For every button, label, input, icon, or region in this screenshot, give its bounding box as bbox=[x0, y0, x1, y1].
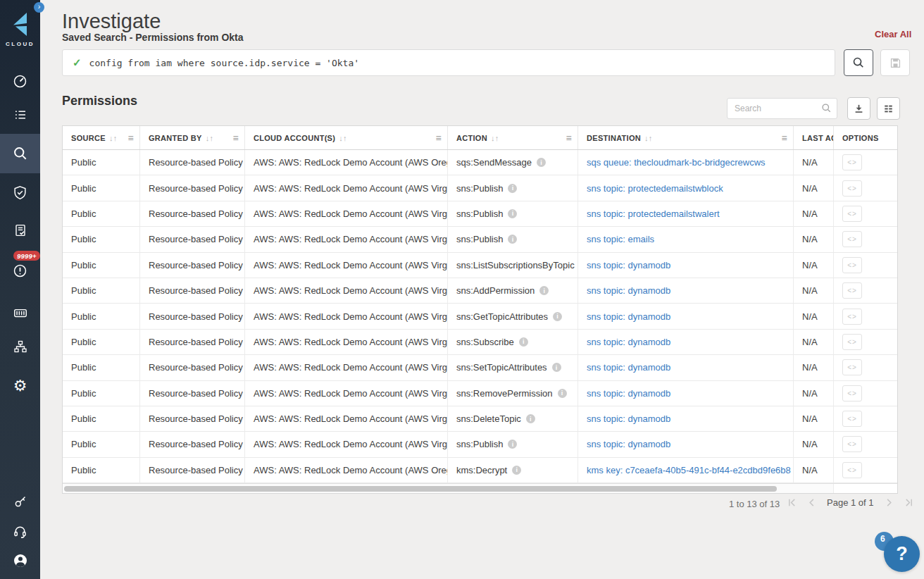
row-options-button[interactable]: <> bbox=[842, 231, 862, 247]
column-header-action[interactable]: ACTION↓↑≡ bbox=[448, 126, 578, 149]
column-header-granted-by[interactable]: GRANTED BY↓↑≡ bbox=[140, 126, 245, 149]
table-row: Public Resource-based Policy AWS: AWS: R… bbox=[63, 458, 897, 483]
destination-link[interactable]: sns topic: dynamodb bbox=[587, 439, 670, 449]
info-icon[interactable]: i bbox=[537, 158, 546, 167]
saved-search-subtitle: Saved Search - Permissions from Okta bbox=[62, 32, 244, 43]
sidebar-item-asset-inventory[interactable] bbox=[0, 331, 40, 362]
info-icon[interactable]: i bbox=[558, 389, 567, 398]
run-search-button[interactable] bbox=[844, 49, 873, 76]
sidebar: CLOUD bbox=[0, 0, 40, 579]
row-options-button[interactable]: <> bbox=[842, 309, 862, 325]
previous-page-icon[interactable] bbox=[807, 498, 816, 507]
row-options-button[interactable]: <> bbox=[842, 282, 862, 299]
row-options-button[interactable]: <> bbox=[842, 257, 862, 273]
sidebar-item-access-keys[interactable] bbox=[0, 486, 40, 517]
scrollbar-track[interactable] bbox=[63, 484, 834, 493]
destination-link[interactable]: sns topic: dynamodb bbox=[587, 362, 670, 373]
row-options-button[interactable]: <> bbox=[842, 206, 862, 222]
row-options-button[interactable]: <> bbox=[842, 334, 862, 350]
table-row: Public Resource-based Policy AWS: AWS: R… bbox=[63, 432, 897, 457]
destination-link[interactable]: sns topic: dynamodb bbox=[587, 311, 670, 322]
row-options-button[interactable]: <> bbox=[842, 180, 862, 197]
destination-link[interactable]: sns topic: dynamodb bbox=[587, 260, 670, 270]
permissions-table: SOURCE↓↑≡ GRANTED BY↓↑≡ CLOUD ACCOUNT(S)… bbox=[62, 125, 898, 494]
sidebar-item-support[interactable] bbox=[0, 516, 40, 547]
last-page-icon[interactable] bbox=[904, 498, 913, 507]
sidebar-item-compliance[interactable] bbox=[0, 177, 40, 208]
info-icon[interactable]: i bbox=[526, 414, 535, 423]
column-menu-icon[interactable]: ≡ bbox=[128, 132, 134, 144]
code-icon: <> bbox=[847, 185, 857, 192]
row-options-button[interactable]: <> bbox=[842, 462, 862, 478]
table-search bbox=[727, 98, 837, 119]
sidebar-item-reports[interactable] bbox=[0, 215, 40, 246]
cell-last-access: N/A bbox=[794, 330, 834, 354]
destination-link[interactable]: sns topic: protectedemailstwalert bbox=[587, 208, 720, 219]
cell-action: sns:DeleteTopic bbox=[456, 413, 521, 424]
destination-link[interactable]: sns topic: emails bbox=[587, 234, 654, 244]
code-icon: <> bbox=[847, 313, 857, 320]
scrollbar-thumb[interactable] bbox=[64, 486, 777, 492]
destination-link[interactable]: sqs queue: thecloudmark-bc-bridgecrewcws bbox=[587, 157, 766, 168]
destination-link[interactable]: sns topic: dynamodb bbox=[587, 337, 670, 347]
sort-icon[interactable]: ↓↑ bbox=[109, 134, 118, 142]
info-icon[interactable]: i bbox=[508, 235, 517, 244]
column-menu-icon[interactable]: ≡ bbox=[233, 132, 239, 144]
info-icon[interactable]: i bbox=[508, 209, 517, 218]
rql-query-input[interactable]: ✓ config from iam where source.idp.servi… bbox=[62, 49, 835, 76]
sidebar-item-alerts[interactable] bbox=[0, 256, 40, 285]
column-chooser-button[interactable] bbox=[877, 97, 900, 120]
destination-link[interactable]: sns topic: protectedemailstwblock bbox=[587, 183, 723, 194]
sidebar-item-profile[interactable] bbox=[0, 545, 40, 576]
sort-icon[interactable]: ↓↑ bbox=[644, 134, 653, 142]
info-icon[interactable]: i bbox=[539, 286, 549, 295]
cell-action: sns:AddPermission bbox=[456, 285, 535, 296]
info-icon[interactable]: i bbox=[508, 440, 517, 449]
save-search-button[interactable] bbox=[880, 49, 910, 76]
column-header-destination[interactable]: DESTINATION↓↑≡ bbox=[578, 126, 794, 149]
download-csv-button[interactable] bbox=[847, 97, 870, 120]
row-options-button[interactable]: <> bbox=[842, 411, 862, 427]
cell-granted-by: Resource-based Policy bbox=[140, 432, 245, 456]
column-menu-icon[interactable]: ≡ bbox=[566, 132, 572, 144]
next-page-icon[interactable] bbox=[885, 498, 894, 507]
cell-last-access: N/A bbox=[794, 381, 834, 406]
info-icon[interactable]: i bbox=[519, 337, 528, 347]
column-menu-icon[interactable]: ≡ bbox=[782, 132, 787, 144]
row-options-button[interactable]: <> bbox=[842, 154, 862, 170]
destination-link[interactable]: sns topic: dynamodb bbox=[587, 413, 670, 424]
info-icon[interactable]: i bbox=[552, 363, 561, 372]
row-options-button[interactable]: <> bbox=[842, 359, 862, 375]
app-logo[interactable]: CLOUD bbox=[0, 13, 40, 47]
report-check-icon bbox=[13, 223, 27, 237]
clear-all-link[interactable]: Clear All bbox=[875, 29, 911, 39]
column-header-cloud-account[interactable]: CLOUD ACCOUNT(S)↓↑≡ bbox=[245, 126, 448, 149]
sidebar-item-investigate[interactable] bbox=[0, 134, 40, 173]
sidebar-item-policies[interactable] bbox=[0, 99, 40, 130]
row-options-button[interactable]: <> bbox=[842, 385, 862, 401]
sidebar-expand-button[interactable]: › bbox=[34, 2, 44, 13]
cell-action: kms:Decrypt bbox=[456, 465, 507, 475]
row-options-button[interactable]: <> bbox=[842, 436, 862, 452]
destination-link[interactable]: kms key: c7ceaefa-40b5-491c-bf44-e2cdbd9… bbox=[587, 465, 791, 475]
sidebar-item-dashboard[interactable] bbox=[0, 66, 40, 96]
first-page-icon[interactable] bbox=[787, 498, 797, 507]
info-icon[interactable]: i bbox=[512, 466, 521, 475]
column-menu-icon[interactable]: ≡ bbox=[436, 132, 442, 144]
cell-last-access: N/A bbox=[794, 227, 834, 251]
sidebar-item-compute[interactable] bbox=[0, 297, 40, 328]
sort-icon[interactable]: ↓↑ bbox=[491, 134, 499, 142]
destination-link[interactable]: sns topic: dynamodb bbox=[587, 388, 670, 399]
help-button[interactable]: ? bbox=[884, 536, 920, 572]
info-icon[interactable]: i bbox=[553, 312, 562, 321]
code-icon: <> bbox=[847, 338, 857, 346]
column-header-last-access[interactable]: LAST ACC bbox=[794, 126, 834, 149]
sort-icon[interactable]: ↓↑ bbox=[339, 134, 347, 142]
column-header-source[interactable]: SOURCE↓↑≡ bbox=[63, 126, 140, 149]
info-icon[interactable]: i bbox=[508, 184, 517, 193]
destination-link[interactable]: sns topic: dynamodb bbox=[587, 285, 670, 296]
sort-icon[interactable]: ↓↑ bbox=[206, 134, 214, 142]
sidebar-item-settings[interactable]: ⚙ bbox=[0, 371, 40, 401]
cell-cloud-account: AWS: AWS: RedLock Demo Account (AWS Virg… bbox=[245, 381, 448, 406]
columns-icon bbox=[883, 104, 894, 114]
